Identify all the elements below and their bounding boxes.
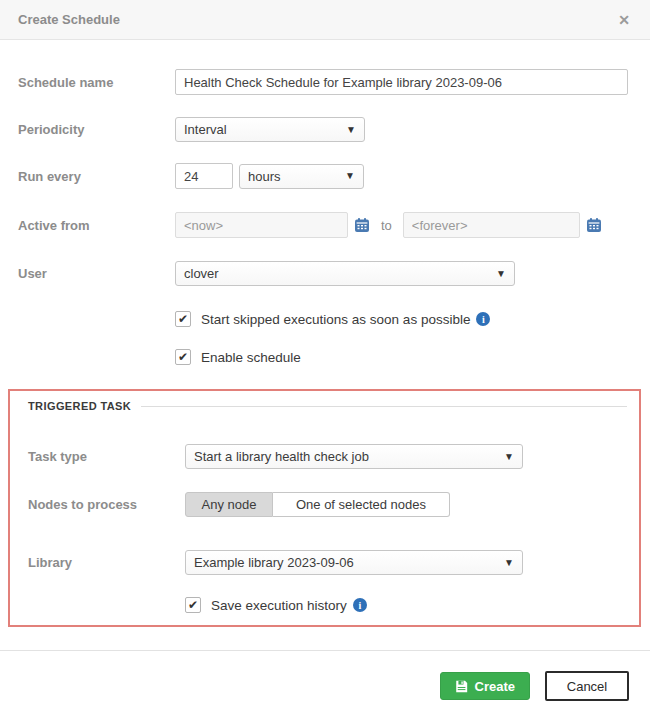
dialog-header: Create Schedule ✕ (0, 0, 650, 40)
chevron-down-icon: ▼ (345, 171, 355, 181)
any-node-label: Any node (202, 497, 257, 512)
active-to-input[interactable] (403, 212, 580, 238)
periodicity-label: Periodicity (18, 122, 175, 137)
user-label: User (18, 266, 175, 281)
close-icon[interactable]: ✕ (618, 13, 630, 27)
active-from-label: Active from (18, 218, 175, 233)
chevron-down-icon: ▼ (496, 269, 506, 279)
nodes-to-process-label: Nodes to process (28, 497, 185, 512)
create-button-label: Create (475, 679, 515, 694)
schedule-name-input[interactable] (175, 69, 628, 95)
start-skipped-label: Start skipped executions as soon as poss… (201, 312, 470, 327)
enable-schedule-label: Enable schedule (201, 350, 301, 365)
active-range-separator: to (381, 218, 392, 233)
run-every-unit-select[interactable]: hours ▼ (239, 164, 364, 189)
active-from-input[interactable] (175, 212, 348, 238)
chevron-down-icon: ▼ (346, 125, 356, 135)
nodes-toggle-group: Any node One of selected nodes (185, 492, 450, 517)
calendar-icon[interactable] (354, 217, 370, 233)
create-schedule-dialog: Create Schedule ✕ Schedule name Periodic… (0, 0, 650, 708)
run-every-input[interactable] (175, 163, 233, 189)
library-select[interactable]: Example library 2023-09-06 ▼ (185, 550, 523, 575)
save-icon (455, 680, 468, 693)
info-icon[interactable]: i (353, 598, 367, 612)
save-history-label: Save execution history (211, 598, 347, 613)
dialog-body: Schedule name Periodicity Interval ▼ Run… (0, 40, 650, 630)
triggered-task-section: TRIGGERED TASK Task type Start a library… (8, 389, 641, 627)
user-select[interactable]: clover ▼ (175, 261, 515, 286)
cancel-button-label: Cancel (567, 679, 607, 694)
library-value: Example library 2023-09-06 (194, 555, 354, 570)
task-type-label: Task type (28, 449, 185, 464)
chevron-down-icon: ▼ (504, 452, 514, 462)
run-every-label: Run every (18, 169, 175, 184)
chevron-down-icon: ▼ (504, 558, 514, 568)
check-icon: ✔ (178, 313, 188, 325)
periodicity-value: Interval (184, 122, 227, 137)
task-type-select[interactable]: Start a library health check job ▼ (185, 444, 523, 469)
info-icon[interactable]: i (476, 312, 490, 326)
any-node-button[interactable]: Any node (185, 492, 273, 517)
save-history-checkbox[interactable]: ✔ (185, 597, 201, 613)
one-of-selected-nodes-button[interactable]: One of selected nodes (273, 492, 450, 517)
triggered-task-title: TRIGGERED TASK (28, 400, 131, 412)
check-icon: ✔ (188, 599, 198, 611)
user-value: clover (184, 266, 219, 281)
page-title: Create Schedule (18, 12, 120, 27)
check-icon: ✔ (178, 351, 188, 363)
library-label: Library (28, 555, 185, 570)
calendar-icon[interactable] (586, 217, 602, 233)
dialog-footer: Create Cancel (0, 650, 650, 708)
periodicity-select[interactable]: Interval ▼ (175, 117, 365, 142)
start-skipped-checkbox[interactable]: ✔ (175, 311, 191, 327)
run-every-unit-value: hours (248, 169, 281, 184)
create-button[interactable]: Create (440, 672, 530, 700)
cancel-button[interactable]: Cancel (545, 671, 629, 701)
task-type-value: Start a library health check job (194, 449, 369, 464)
one-of-selected-nodes-label: One of selected nodes (296, 497, 426, 512)
schedule-name-label: Schedule name (18, 75, 175, 90)
section-divider (141, 406, 627, 407)
enable-schedule-checkbox[interactable]: ✔ (175, 349, 191, 365)
